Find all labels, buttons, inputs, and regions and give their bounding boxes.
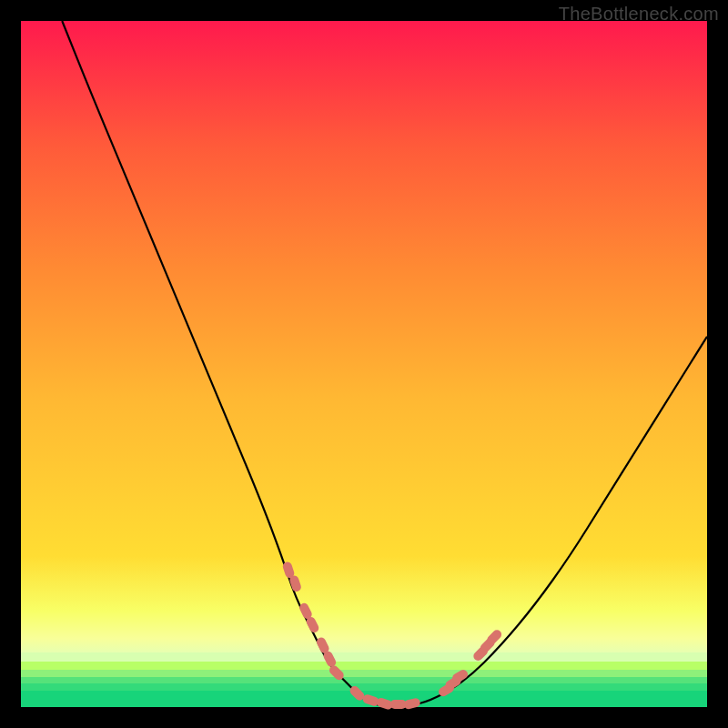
chart-frame	[21, 21, 707, 707]
bottleneck-curve-path	[62, 21, 707, 707]
curve-marker	[403, 697, 421, 710]
bottleneck-curve-svg	[21, 21, 707, 707]
watermark-text: TheBottleneck.com	[559, 4, 719, 25]
